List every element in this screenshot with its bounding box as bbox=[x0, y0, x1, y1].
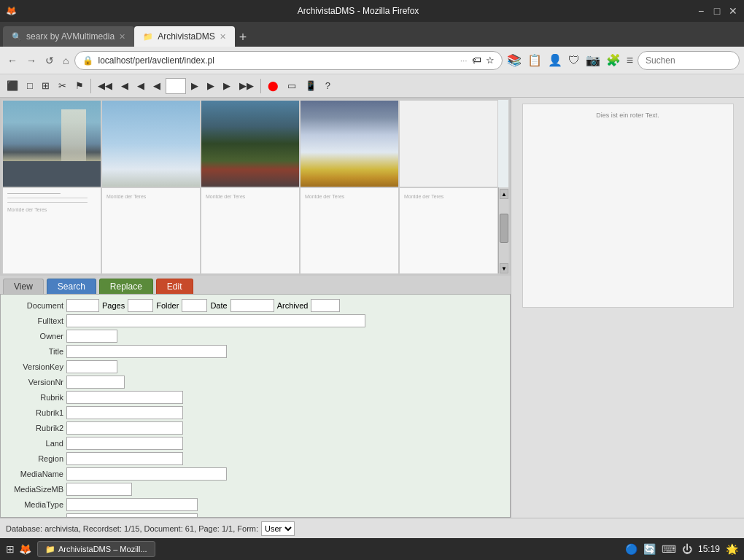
tab-view[interactable]: View bbox=[3, 279, 44, 294]
tab-favicon: 🔍 bbox=[12, 32, 22, 42]
label-pages: Pages bbox=[102, 301, 125, 310]
refresh-button[interactable]: ↺ bbox=[42, 53, 57, 68]
input-archived[interactable] bbox=[311, 299, 340, 312]
tb-record-btn[interactable]: ⬤ bbox=[264, 77, 282, 96]
url-bar[interactable]: 🔒 localhost/perl/avclient/index.pl ··· 🏷… bbox=[74, 51, 502, 70]
input-folder[interactable] bbox=[182, 299, 207, 312]
tab-search[interactable]: Search bbox=[47, 279, 96, 294]
label-rubrik: Rubrik bbox=[5, 393, 63, 402]
thumb-6[interactable]: Montde der Teres bbox=[2, 187, 101, 274]
input-mediatype[interactable] bbox=[66, 498, 198, 511]
toolbar: ⬛ □ ⊞ ✂ ⚑ ◀◀ ◀ ◀ ◀ ▶ ▶ ▶ ▶▶ ⬤ ▭ 📱 ? bbox=[0, 74, 744, 98]
toolbar-sep2 bbox=[260, 79, 261, 93]
search-input[interactable] bbox=[638, 51, 740, 70]
field-region: Region bbox=[5, 452, 505, 465]
tb-next-next-btn[interactable]: ▶ bbox=[220, 77, 234, 96]
field-owner: Owner bbox=[5, 330, 505, 343]
account-icon[interactable]: 👤 bbox=[546, 52, 564, 69]
library-icon[interactable]: 📚 bbox=[505, 52, 523, 69]
more-icon: ··· bbox=[460, 55, 468, 66]
input-pages[interactable] bbox=[128, 299, 153, 312]
shield-icon[interactable]: 🛡 bbox=[567, 52, 581, 69]
input-medianame[interactable] bbox=[66, 467, 227, 481]
input-document-id[interactable] bbox=[66, 299, 99, 312]
tb-last-btn[interactable]: ▶▶ bbox=[236, 77, 257, 96]
thumb-5[interactable] bbox=[399, 100, 498, 187]
menu-icon[interactable]: ≡ bbox=[625, 52, 635, 69]
field-document: Document Pages Folder Date Archived bbox=[5, 299, 505, 312]
tab-close-searx[interactable]: ✕ bbox=[119, 32, 125, 42]
input-land[interactable] bbox=[66, 437, 183, 450]
thumb-1[interactable] bbox=[2, 100, 101, 187]
field-mediatype: MediaType bbox=[5, 498, 505, 511]
taskbar-network-icon: 🔵 bbox=[625, 543, 638, 555]
input-rubrik2[interactable] bbox=[66, 421, 183, 435]
title-bar: 🦊 ArchivistaDMS - Mozilla Firefox − □ ✕ bbox=[0, 0, 744, 22]
tb-mobile-btn[interactable]: 📱 bbox=[301, 77, 320, 96]
input-owner[interactable] bbox=[66, 330, 117, 343]
minimize-button[interactable]: − bbox=[696, 6, 706, 16]
input-mediasizemb[interactable] bbox=[66, 483, 132, 496]
input-rubrik1[interactable] bbox=[66, 406, 183, 419]
taskbar-start-icon[interactable]: ⊞ bbox=[6, 543, 15, 555]
nav-icons: 📚 📋 👤 🛡 📷 🧩 ≡ bbox=[505, 52, 635, 69]
tab-archivista[interactable]: 📁 ArchivistaDMS ✕ bbox=[134, 26, 235, 47]
tb-cut-btn[interactable]: ✂ bbox=[55, 77, 70, 96]
thumb-2[interactable] bbox=[101, 100, 201, 187]
input-versionkey[interactable] bbox=[66, 360, 117, 373]
addons-icon[interactable]: 🧩 bbox=[605, 52, 622, 69]
label-mediatype: MediaType bbox=[5, 500, 63, 509]
tb-select-btn[interactable]: ⬛ bbox=[3, 77, 22, 96]
form-tabs: View Search Replace Edit bbox=[0, 276, 511, 294]
screenshot-icon[interactable]: 📷 bbox=[584, 52, 602, 69]
field-versionnr: VersionNr bbox=[5, 376, 505, 389]
close-button[interactable]: ✕ bbox=[728, 6, 738, 16]
form-select[interactable]: User bbox=[261, 521, 295, 536]
tab-close-archivista[interactable]: ✕ bbox=[220, 32, 226, 42]
thumb-7[interactable]: Montde der Teres bbox=[101, 187, 201, 274]
tb-copy-btn[interactable]: □ bbox=[23, 77, 36, 96]
tab-label: searx by AVMultimedia bbox=[26, 31, 115, 42]
input-fulltext[interactable] bbox=[66, 314, 365, 327]
thumb-8[interactable]: Montde der Teres bbox=[201, 187, 300, 274]
tb-flag-btn[interactable]: ⚑ bbox=[71, 77, 88, 96]
tab-searx[interactable]: 🔍 searx by AVMultimedia ✕ bbox=[3, 26, 134, 47]
tab-replace[interactable]: Replace bbox=[99, 279, 153, 294]
tab-edit[interactable]: Edit bbox=[156, 279, 193, 294]
input-date[interactable] bbox=[230, 299, 274, 312]
sidebar-icon[interactable]: 📋 bbox=[526, 52, 543, 69]
input-mediacodec[interactable] bbox=[66, 513, 198, 518]
forward-button[interactable]: → bbox=[23, 53, 39, 68]
field-fulltext: Fulltext bbox=[5, 314, 505, 327]
thumb-9[interactable]: Montde der Teres bbox=[300, 187, 399, 274]
page-input[interactable] bbox=[166, 78, 186, 94]
new-tab-button[interactable]: + bbox=[235, 30, 252, 45]
back-button[interactable]: ← bbox=[4, 53, 20, 68]
taskbar-keyboard-icon: ⌨ bbox=[662, 543, 676, 555]
tb-back-btn[interactable]: ◀ bbox=[150, 77, 164, 96]
label-archived: Archived bbox=[277, 301, 309, 310]
taskbar-ff-icon[interactable]: 🦊 bbox=[19, 543, 31, 555]
status-text: Database: archivista, Recordset: 1/15, D… bbox=[6, 524, 258, 533]
home-button[interactable]: ⌂ bbox=[60, 53, 71, 68]
thumb-3[interactable] bbox=[201, 100, 300, 187]
input-region[interactable] bbox=[66, 452, 183, 465]
taskbar-refresh-icon: 🔄 bbox=[643, 543, 656, 555]
input-versionnr[interactable] bbox=[66, 376, 125, 389]
tb-grid-btn[interactable]: ⊞ bbox=[38, 77, 53, 96]
thumb-4[interactable] bbox=[300, 100, 399, 187]
tb-next-btn[interactable]: ▶ bbox=[204, 77, 218, 96]
tb-fwd-btn[interactable]: ▶ bbox=[187, 77, 202, 96]
tb-stop-btn[interactable]: ▭ bbox=[284, 77, 300, 96]
tb-prev-btn[interactable]: ◀ bbox=[133, 77, 148, 96]
tb-help-btn[interactable]: ? bbox=[322, 77, 334, 96]
thumb-row-2: Montde der Teres Montde der Teres Montde… bbox=[2, 187, 508, 274]
taskbar-firefox-item[interactable]: 📁 ArchivistaDMS – Mozill... bbox=[37, 541, 155, 557]
tb-prev-prev-btn[interactable]: ◀ bbox=[117, 77, 132, 96]
nav-bar: ← → ↺ ⌂ 🔒 localhost/perl/avclient/index.… bbox=[0, 47, 744, 74]
maximize-button[interactable]: □ bbox=[712, 6, 722, 16]
tb-first-btn[interactable]: ◀◀ bbox=[94, 77, 116, 96]
input-title[interactable] bbox=[66, 345, 227, 358]
input-rubrik[interactable] bbox=[66, 391, 183, 404]
thumb-10[interactable]: Montde der Teres bbox=[399, 187, 498, 274]
